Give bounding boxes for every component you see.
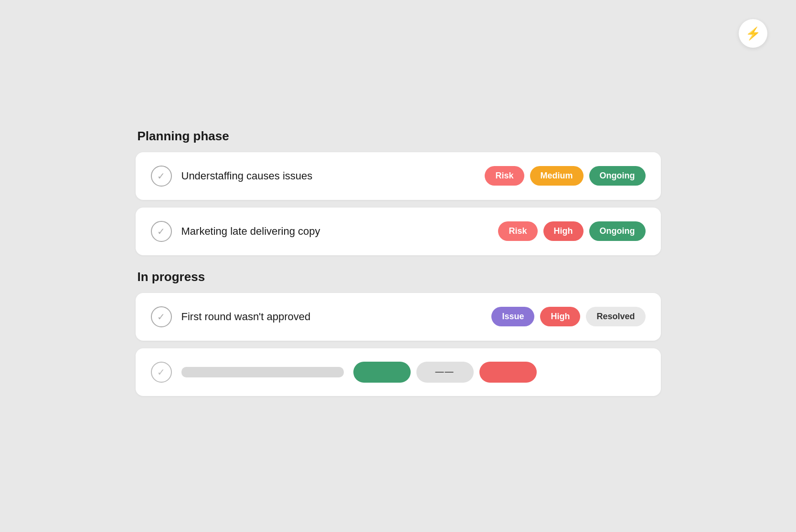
check-icon-first-round: ✓ xyxy=(151,306,172,327)
skeleton-text xyxy=(181,367,344,377)
badge-risk-2: Risk xyxy=(498,221,537,241)
badge-medium-1: Medium xyxy=(530,166,584,186)
badge-high-3: High xyxy=(540,307,580,326)
badge-high-2: High xyxy=(543,221,584,241)
badge-skeleton-dash xyxy=(416,362,474,383)
badge-risk-1: Risk xyxy=(485,166,524,186)
check-icon-understaffing: ✓ xyxy=(151,166,172,187)
badge-resolved-3: Resolved xyxy=(586,307,645,326)
card-first-round[interactable]: ✓ First round wasn't approved Issue High… xyxy=(136,293,661,341)
section-title-in-progress: In progress xyxy=(136,270,661,284)
section-in-progress: In progress ✓ First round wasn't approve… xyxy=(136,270,661,396)
check-icon-marketing: ✓ xyxy=(151,221,172,242)
main-container: Planning phase ✓ Understaffing causes is… xyxy=(136,119,661,413)
card-title-first-round: First round wasn't approved xyxy=(181,311,482,323)
card-title-marketing: Marketing late delivering copy xyxy=(181,225,489,238)
card-skeleton[interactable]: ✓ xyxy=(136,348,661,396)
badges-marketing: Risk High Ongoing xyxy=(498,221,645,241)
section-title-planning: Planning phase xyxy=(136,129,661,144)
check-icon-skeleton: ✓ xyxy=(151,362,172,383)
card-marketing[interactable]: ✓ Marketing late delivering copy Risk Hi… xyxy=(136,208,661,255)
badges-skeleton xyxy=(353,362,537,383)
card-understaffing[interactable]: ✓ Understaffing causes issues Risk Mediu… xyxy=(136,152,661,200)
section-planning-phase: Planning phase ✓ Understaffing causes is… xyxy=(136,129,661,255)
badge-skeleton-red xyxy=(479,362,537,383)
badge-issue-3: Issue xyxy=(491,307,534,326)
badge-ongoing-2: Ongoing xyxy=(589,221,646,241)
badge-skeleton-green xyxy=(353,362,411,383)
lightning-button[interactable]: ⚡ xyxy=(739,19,767,48)
card-title-understaffing: Understaffing causes issues xyxy=(181,170,476,182)
badges-first-round: Issue High Resolved xyxy=(491,307,645,326)
lightning-icon: ⚡ xyxy=(745,26,761,41)
badge-ongoing-1: Ongoing xyxy=(589,166,646,186)
badges-understaffing: Risk Medium Ongoing xyxy=(485,166,645,186)
